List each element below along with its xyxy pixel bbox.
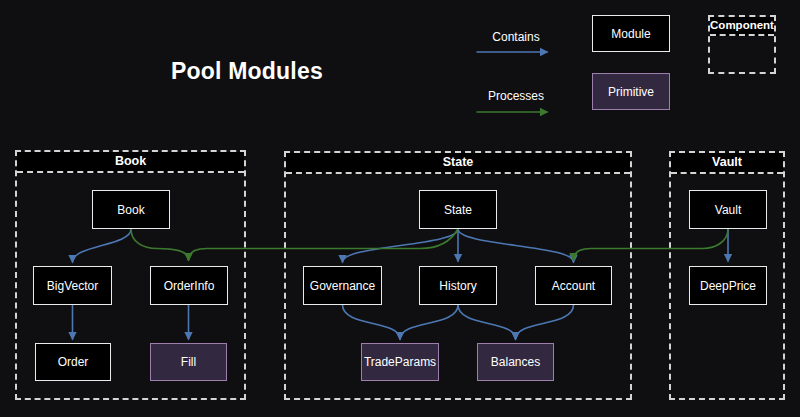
legend-primitive-label: Primitive [608, 85, 654, 99]
diagram-canvas: Pool Modules Contains Processes Module P… [0, 0, 800, 417]
node-balances-label: Balances [491, 355, 540, 369]
edge-contains-history-balances [458, 305, 516, 339]
node-bigvector-label: BigVector [47, 279, 98, 293]
node-fill-label: Fill [181, 355, 196, 369]
node-state: State [419, 190, 497, 229]
node-book: Book [92, 190, 170, 229]
edge-processes-vault-account [574, 229, 729, 260]
legend-primitive-box: Primitive [592, 73, 670, 110]
edge-contains-governance-tradeparams [343, 305, 401, 339]
legend-module-label: Module [611, 27, 650, 41]
edge-contains-state-account [458, 229, 574, 262]
node-order-label: Order [58, 355, 89, 369]
node-deepprice: DeepPrice [689, 266, 767, 305]
node-book-label: Book [117, 203, 144, 217]
node-orderinfo: OrderInfo [150, 266, 228, 305]
legend-component-box: Component [708, 15, 776, 74]
edge-processes-book-orderinfo [131, 229, 189, 260]
node-tradeparams: TradeParams [361, 343, 439, 381]
node-account: Account [535, 266, 612, 305]
node-fill: Fill [150, 343, 227, 381]
node-history: History [419, 266, 497, 305]
edge-contains-history-tradeparams [400, 305, 458, 339]
node-history-label: History [439, 279, 476, 293]
node-vault: Vault [689, 190, 767, 229]
node-order: Order [35, 343, 111, 381]
node-governance: Governance [303, 266, 382, 305]
node-account-label: Account [552, 279, 595, 293]
node-orderinfo-label: OrderInfo [164, 279, 215, 293]
node-bigvector: BigVector [33, 266, 112, 305]
node-vault-label: Vault [715, 203, 741, 217]
edge-contains-account-balances [516, 305, 574, 339]
edge-processes-state-orderinfo [189, 229, 459, 260]
node-state-label: State [444, 203, 472, 217]
node-governance-label: Governance [310, 279, 375, 293]
node-deepprice-label: DeepPrice [700, 279, 756, 293]
node-tradeparams-label: TradeParams [364, 355, 436, 369]
legend-component-label: Component [710, 17, 774, 36]
node-balances: Balances [477, 343, 554, 381]
edge-contains-book-bigvector [73, 229, 132, 262]
legend-module-box: Module [592, 15, 670, 52]
